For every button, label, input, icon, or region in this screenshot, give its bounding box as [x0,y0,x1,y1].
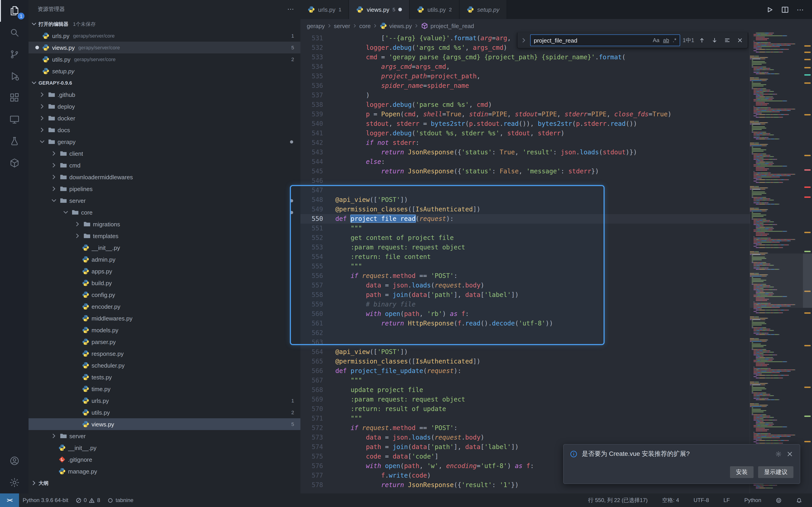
line-content[interactable]: return HttpResponse(f.read().decode('utf… [335,319,750,328]
line-number[interactable]: 550 [300,214,335,224]
section-open-editors[interactable]: 打开的编辑器 1个未保存 [29,18,300,30]
line-number[interactable]: 570 [300,404,335,414]
line-content[interactable]: @api_view(['POST']) [335,195,750,205]
section-outline[interactable]: 大纲 [29,477,300,489]
open-editor-views.py[interactable]: views.pygerapy/server/core5 [29,42,300,53]
line-number[interactable]: 538 [300,100,335,110]
run-button[interactable] [763,3,776,16]
tree-item-middlewares.py[interactable]: middlewares.py [29,313,300,324]
line-number[interactable]: 561 [300,319,335,328]
tree-item-cmd[interactable]: cmd [29,159,300,171]
line-number[interactable]: 566 [300,366,335,376]
code-line-545[interactable]: 545 return JsonResponse({'status': False… [300,167,750,176]
line-content[interactable]: if request.method == 'POST': [335,423,750,433]
more-actions-icon[interactable]: ⋯ [287,5,294,13]
code-line-540[interactable]: 540 stdout, stderr = bytes2str(p.stdout.… [300,119,750,128]
code-line-554[interactable]: 554 :return: file content [300,252,750,262]
find-query[interactable]: project_file_read [534,37,649,44]
line-number[interactable]: 573 [300,433,335,442]
problems-indicator[interactable]: 08 [72,494,104,507]
code-line-548[interactable]: 548@api_view(['POST']) [300,195,750,205]
line-content[interactable]: """ [335,262,750,271]
line-number[interactable]: 559 [300,300,335,309]
line-number[interactable]: 565 [300,357,335,366]
activity-search[interactable] [0,22,29,44]
code-line-567[interactable]: 567 """ [300,376,750,385]
tree-item-utils.py[interactable]: utils.py2 [29,406,300,418]
line-content[interactable] [335,328,750,338]
notification-settings-icon[interactable] [775,450,782,458]
line-number[interactable]: 540 [300,119,335,128]
code-line-558[interactable]: 558 path = join(data['path'], data['labe… [300,290,750,300]
tree-item-time.py[interactable]: time.py [29,383,300,395]
line-number[interactable]: 560 [300,309,335,319]
line-number[interactable]: 551 [300,224,335,233]
regex-toggle[interactable]: .* [673,37,676,44]
code-area[interactable]: 531 ['--{arg} {value}'.format(arg=arg,53… [300,33,750,494]
breadcrumb-core[interactable]: core [359,22,371,29]
code-line-543[interactable]: 543 return JsonResponse({'status': True,… [300,148,750,157]
code-line-563[interactable]: 563 [300,338,750,347]
tree-item-docs[interactable]: docs [29,124,300,136]
line-number[interactable]: 564 [300,347,335,357]
tree-item-build.py[interactable]: build.py [29,277,300,289]
tabnine-status[interactable]: tabnine [104,494,137,507]
line-content[interactable]: data = json.loads(request.body) [335,281,750,290]
line-number[interactable]: 532 [300,43,335,53]
line-number[interactable]: 555 [300,262,335,271]
line-content[interactable]: @api_view(['POST']) [335,347,750,357]
line-number[interactable]: 536 [300,81,335,91]
code-line-552[interactable]: 552 get content of project file [300,233,750,243]
find-input[interactable]: project_file_read Aa ab .* [530,35,680,46]
tree-item-server[interactable]: server [29,430,300,442]
line-content[interactable]: """ [335,414,750,423]
activity-source-control[interactable] [0,44,29,65]
code-line-565[interactable]: 565@permission_classes([IsAuthenticated]… [300,357,750,366]
line-number[interactable]: 545 [300,167,335,176]
line-content[interactable]: with open(path, 'rb') as f: [335,309,750,319]
line-content[interactable]: logger.debug('parse cmd %s', cmd) [335,100,750,110]
tree-item-models.py[interactable]: models.py [29,324,300,336]
line-number[interactable]: 549 [300,205,335,214]
minimap-slider[interactable] [750,253,803,308]
line-content[interactable]: project_path=project_path, [335,71,750,81]
line-number[interactable]: 558 [300,290,335,300]
scrollbar-thumb[interactable] [803,253,812,308]
line-content[interactable] [335,186,750,195]
show-recommendations-button[interactable]: 显示建议 [758,466,794,478]
code-line-536[interactable]: 536 spider_name=spider_name [300,81,750,91]
tree-item-gerapy[interactable]: gerapy [29,136,300,148]
tab-utils.py[interactable]: utils.py2 [410,0,459,19]
line-content[interactable]: @permission_classes([IsAuthenticated]) [335,357,750,366]
code-line-542[interactable]: 542 if not stderr: [300,138,750,148]
code-line-538[interactable]: 538 logger.debug('parse cmd %s', cmd) [300,100,750,110]
code-line-549[interactable]: 549@permission_classes([IsAuthenticated]… [300,205,750,214]
tree-item-scheduler.py[interactable]: scheduler.py [29,359,300,371]
line-number[interactable]: 554 [300,252,335,262]
activity-testing[interactable] [0,130,29,152]
tree-item-manage.py[interactable]: manage.py [29,465,300,477]
split-editor-button[interactable] [778,3,791,16]
open-editor-utils.py[interactable]: utils.pygerapy/server/core2 [29,53,300,65]
code-line-555[interactable]: 555 """ [300,262,750,271]
line-content[interactable]: path = join(data['path'], data['label']) [335,290,750,300]
indentation[interactable]: 空格: 4 [659,494,683,507]
code-line-564[interactable]: 564@api_view(['POST']) [300,347,750,357]
line-content[interactable]: p = Popen(cmd, shell=True, stdin=PIPE, s… [335,110,750,119]
line-number[interactable]: 539 [300,110,335,119]
line-number[interactable]: 572 [300,423,335,433]
line-content[interactable]: logger.debug('stdout %s, stderr %s', std… [335,128,750,138]
tree-item-.gitignore[interactable]: .gitignore [29,454,300,465]
line-content[interactable]: :return: result of update [335,404,750,414]
line-number[interactable]: 563 [300,338,335,347]
line-content[interactable]: get content of project file [335,233,750,243]
language-mode[interactable]: Python [741,494,765,507]
whole-word-toggle[interactable]: ab [663,37,669,44]
code-line-533[interactable]: 533 cmd = 'gerapy parse {args_cmd} {proj… [300,53,750,62]
line-number[interactable]: 546 [300,176,335,186]
line-number[interactable]: 537 [300,91,335,100]
cursor-position[interactable]: 行 550, 列 22 (已选择17) [585,494,651,507]
line-number[interactable]: 547 [300,186,335,195]
line-content[interactable]: args_cmd=args_cmd, [335,62,750,71]
tree-item-deploy[interactable]: deploy [29,101,300,112]
